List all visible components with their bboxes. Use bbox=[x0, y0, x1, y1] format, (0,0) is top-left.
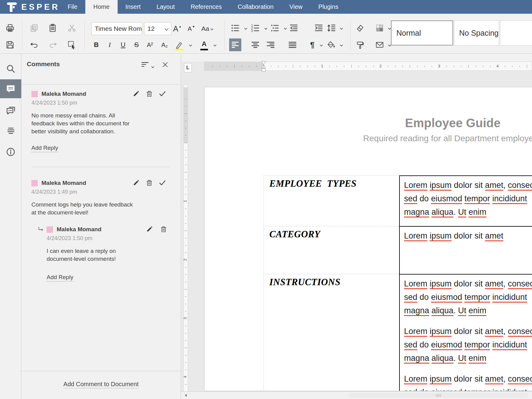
show-paragraph-marks-button[interactable]: ¶ bbox=[306, 38, 318, 51]
numbered-list-button[interactable]: 123 bbox=[249, 22, 261, 34]
align-center-button[interactable] bbox=[249, 38, 261, 51]
tab-file[interactable]: File bbox=[60, 0, 85, 14]
tab-layout[interactable]: Layout bbox=[149, 0, 183, 14]
undo-button[interactable] bbox=[28, 38, 40, 51]
tab-insert[interactable]: Insert bbox=[118, 0, 149, 14]
resolve-comment-button[interactable] bbox=[158, 90, 166, 98]
navigation-button[interactable] bbox=[0, 122, 21, 139]
add-reply-link[interactable]: Add Reply bbox=[47, 274, 73, 282]
tab-references[interactable]: References bbox=[183, 0, 230, 14]
table-body-cell[interactable]: Lorem ipsum dolor sit amet, consecteturs… bbox=[399, 175, 532, 226]
document-subtitle[interactable]: Required reading for all Department empl… bbox=[204, 134, 532, 143]
formatting-toolbar: Times New Roman 12 A▲ A▼ Aa B I U S A² A… bbox=[0, 14, 532, 54]
color-scheme-button[interactable] bbox=[374, 22, 386, 34]
font-name-select[interactable]: Times New Roman bbox=[91, 22, 142, 35]
delete-reply-button[interactable] bbox=[160, 225, 168, 233]
bullet-list-button[interactable] bbox=[229, 22, 241, 34]
scrollbar-thumb[interactable] bbox=[349, 393, 528, 398]
font-color-menu[interactable] bbox=[211, 38, 218, 51]
shading-menu[interactable] bbox=[338, 38, 344, 51]
close-comments-button[interactable] bbox=[161, 61, 169, 70]
tab-home[interactable]: Home bbox=[85, 0, 117, 14]
align-left-button[interactable] bbox=[229, 38, 241, 51]
multilevel-list-menu[interactable] bbox=[282, 22, 288, 34]
numbered-list-menu[interactable] bbox=[263, 22, 269, 34]
subscript-button[interactable]: A₂ bbox=[158, 38, 171, 51]
table-heading-cell[interactable]: INSTRUCTIONS bbox=[264, 274, 399, 391]
tab-stop-selector[interactable]: L bbox=[184, 63, 192, 72]
style-no-spacing[interactable]: No Spacing bbox=[454, 20, 499, 45]
superscript-button[interactable]: A² bbox=[143, 38, 157, 51]
comments-panel-button[interactable] bbox=[0, 79, 21, 98]
comment-actions bbox=[132, 179, 166, 187]
resolve-comment-button[interactable] bbox=[158, 179, 166, 187]
line-spacing-menu[interactable] bbox=[338, 22, 344, 34]
edit-comment-button[interactable] bbox=[132, 90, 140, 98]
highlight-color-menu[interactable] bbox=[187, 38, 194, 51]
select-all-button[interactable] bbox=[66, 38, 78, 51]
search-button[interactable] bbox=[0, 60, 21, 77]
line-spacing-button[interactable] bbox=[325, 22, 338, 34]
font-size-select[interactable]: 12 bbox=[144, 22, 171, 35]
about-button[interactable] bbox=[0, 143, 21, 160]
table-body-cell[interactable]: Lorem ipsum dolor sit amet bbox=[399, 226, 532, 274]
redo-button[interactable] bbox=[47, 38, 59, 51]
ruler-tick bbox=[315, 66, 315, 67]
style-partial[interactable] bbox=[500, 20, 532, 45]
copy-style-button[interactable] bbox=[354, 38, 366, 51]
mail-merge-button[interactable] bbox=[374, 38, 386, 51]
vertical-ruler[interactable]: 1234 bbox=[183, 85, 188, 392]
delete-comment-button[interactable] bbox=[145, 179, 153, 187]
scroll-left-button[interactable] bbox=[182, 393, 189, 398]
justify-button[interactable] bbox=[286, 38, 299, 51]
increase-indent-button[interactable] bbox=[313, 22, 325, 34]
table-heading-cell[interactable]: EMPLOYEE TYPES bbox=[264, 175, 399, 226]
clear-style-button[interactable] bbox=[354, 22, 366, 34]
shading-button[interactable] bbox=[324, 38, 338, 51]
chat-button[interactable] bbox=[0, 102, 21, 119]
paragraph-marks-menu[interactable] bbox=[318, 38, 324, 51]
horizontal-scrollbar[interactable] bbox=[181, 391, 532, 399]
ruler-tick bbox=[185, 165, 186, 165]
increase-font-button[interactable]: A▲ bbox=[171, 22, 184, 35]
underline-button[interactable]: U bbox=[117, 38, 129, 51]
bold-button[interactable]: B bbox=[90, 38, 102, 51]
table-heading-cell[interactable]: CATEGORY bbox=[264, 226, 399, 274]
print-button[interactable] bbox=[4, 22, 16, 34]
ruler-tick bbox=[184, 172, 187, 172]
indent-marker[interactable] bbox=[259, 61, 268, 73]
strikethrough-button[interactable]: S bbox=[130, 38, 143, 51]
paste-button[interactable] bbox=[47, 22, 59, 34]
tab-collaboration[interactable]: Collaboration bbox=[230, 0, 282, 14]
cut-button[interactable] bbox=[66, 22, 78, 34]
ruler-tick bbox=[185, 384, 186, 385]
tab-view[interactable]: View bbox=[282, 0, 310, 14]
trash-icon bbox=[160, 225, 167, 233]
multilevel-list-button[interactable] bbox=[269, 22, 281, 34]
sort-comments-button[interactable] bbox=[141, 61, 149, 70]
document-title[interactable]: Employee Guide bbox=[204, 116, 532, 130]
italic-button[interactable]: I bbox=[104, 38, 116, 51]
delete-comment-button[interactable] bbox=[145, 90, 153, 98]
save-button[interactable] bbox=[4, 38, 16, 51]
change-case-button[interactable]: Aa bbox=[199, 22, 216, 35]
font-color-button[interactable]: A bbox=[197, 38, 211, 51]
add-comment-to-document-link[interactable]: Add Comment to Document bbox=[63, 381, 139, 388]
horizontal-ruler[interactable]: 1234 bbox=[204, 62, 532, 71]
bullet-list-menu[interactable] bbox=[243, 22, 249, 34]
tab-plugins[interactable]: Plugins bbox=[310, 0, 346, 14]
decrease-font-button[interactable]: A▼ bbox=[185, 22, 197, 35]
add-reply-link[interactable]: Add Reply bbox=[31, 145, 58, 152]
highlight-color-button[interactable] bbox=[172, 38, 186, 51]
edit-comment-button[interactable] bbox=[132, 179, 140, 187]
document-page[interactable]: Employee Guide Required reading for all … bbox=[204, 87, 532, 391]
decrease-indent-button[interactable] bbox=[288, 22, 300, 34]
ruler-tick bbox=[185, 267, 186, 268]
document-table[interactable]: EMPLOYEE TYPESLorem ipsum dolor sit amet… bbox=[264, 175, 532, 391]
table-body-cell[interactable]: Lorem ipsum dolor sit amet, consecteturs… bbox=[399, 274, 532, 391]
style-normal[interactable]: Normal bbox=[391, 20, 453, 45]
edit-reply-button[interactable] bbox=[146, 225, 154, 233]
sort-comments-menu[interactable] bbox=[152, 63, 154, 69]
align-right-button[interactable] bbox=[264, 38, 277, 51]
copy-button[interactable] bbox=[28, 22, 40, 34]
